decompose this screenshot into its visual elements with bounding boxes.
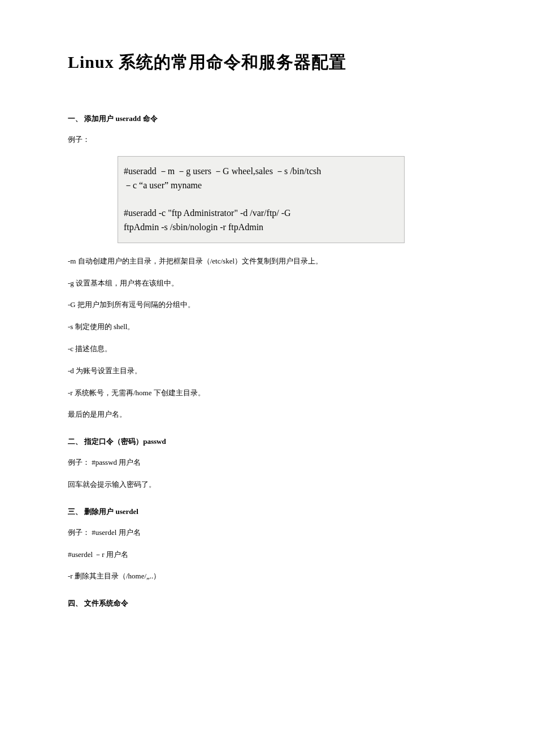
s3-option-r: -r 删除其主目录（/home/„..） [68,571,466,582]
section-1-heading: 一、 添加用户 useradd 命令 [68,114,466,124]
last-note: 最后的是用户名。 [68,409,466,421]
section-4-heading: 四、 文件系统命令 [68,598,466,608]
option-big-g: -G 把用户加到所有逗号间隔的分组中。 [68,299,466,311]
s3-example-2: #userdel －r 用户名 [68,549,466,561]
option-m: -m 自动创建用户的主目录，并把框架目录（/etc/skel）文件复制到用户目录… [68,256,466,267]
document-title: Linux 系统的常用命令和服务器配置 [68,51,466,74]
s3-example-1: 例子： #userdel 用户名 [68,527,466,539]
option-g: -g 设置基本组，用户将在该组中。 [68,278,466,290]
option-c: -c 描述信息。 [68,343,466,355]
example-label-1: 例子： [68,134,466,146]
code-text: #useradd －m －g users －G wheel,sales －s /… [124,166,321,232]
option-d: -d 为账号设置主目录。 [68,365,466,377]
option-r: -r 系统帐号，无需再/home 下创建主目录。 [68,387,466,399]
code-block-useradd: #useradd －m －g users －G wheel,sales －s /… [118,156,405,243]
s2-note: 回车就会提示输入密码了。 [68,479,466,491]
section-3-heading: 三、 删除用户 userdel [68,507,466,517]
option-s: -s 制定使用的 shell。 [68,321,466,333]
section-2-heading: 二、 指定口令（密码）passwd [68,437,466,447]
s2-example: 例子： #passwd 用户名 [68,457,466,469]
